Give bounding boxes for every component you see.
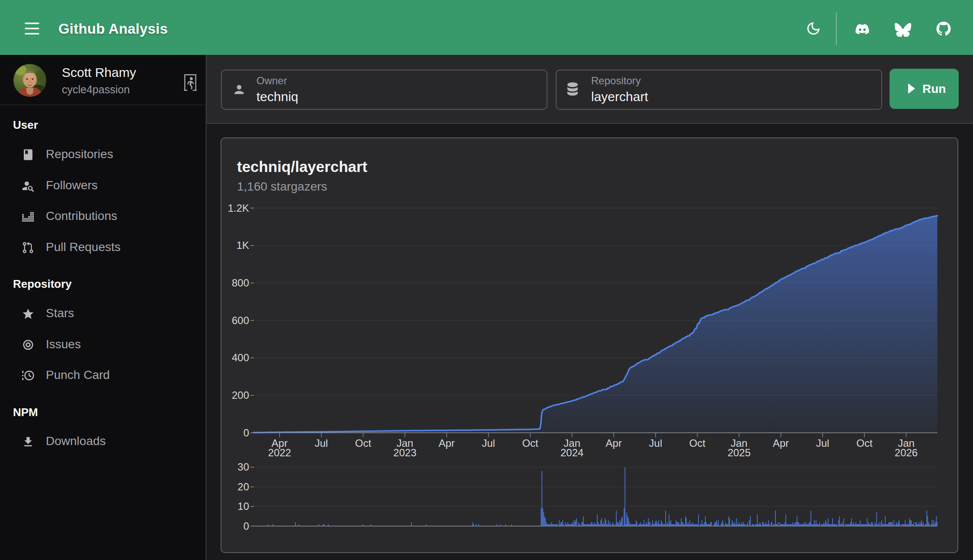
svg-text:2023: 2023 bbox=[394, 447, 416, 458]
svg-text:2022: 2022 bbox=[268, 447, 291, 458]
svg-text:30: 30 bbox=[237, 461, 249, 473]
svg-text:200: 200 bbox=[232, 389, 249, 401]
svg-text:Jul: Jul bbox=[482, 437, 495, 449]
svg-text:0: 0 bbox=[243, 520, 249, 532]
svg-text:Oct: Oct bbox=[689, 437, 706, 449]
svg-text:Apr: Apr bbox=[773, 437, 789, 449]
svg-text:2025: 2025 bbox=[727, 447, 750, 458]
svg-text:1.2K: 1.2K bbox=[228, 202, 249, 214]
svg-text:Oct: Oct bbox=[522, 437, 538, 449]
svg-text:400: 400 bbox=[232, 352, 249, 363]
svg-text:2026: 2026 bbox=[895, 447, 918, 458]
svg-text:Oct: Oct bbox=[355, 437, 371, 449]
svg-text:Oct: Oct bbox=[856, 437, 873, 449]
svg-text:Jul: Jul bbox=[649, 437, 663, 449]
svg-text:20: 20 bbox=[237, 481, 249, 493]
svg-text:Jul: Jul bbox=[816, 437, 829, 449]
svg-text:800: 800 bbox=[232, 277, 249, 289]
svg-text:1K: 1K bbox=[237, 239, 249, 251]
svg-text:Apr: Apr bbox=[438, 437, 454, 449]
svg-text:2024: 2024 bbox=[560, 447, 583, 458]
svg-text:Jul: Jul bbox=[315, 437, 328, 449]
svg-text:Apr: Apr bbox=[606, 437, 622, 449]
svg-text:0: 0 bbox=[243, 427, 249, 439]
svg-text:600: 600 bbox=[232, 315, 249, 326]
svg-text:10: 10 bbox=[237, 500, 249, 512]
